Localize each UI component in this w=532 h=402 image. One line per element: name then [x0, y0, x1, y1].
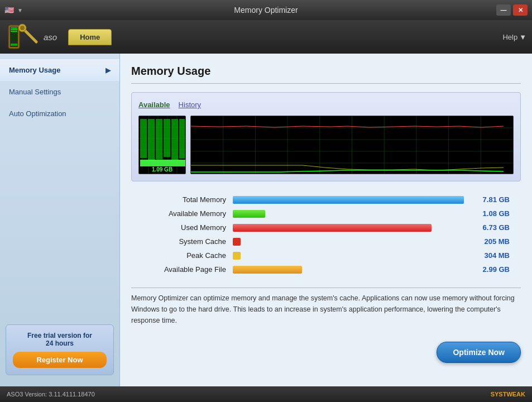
- tab-history[interactable]: History: [179, 99, 201, 110]
- trial-text: Free trial version for24 hours: [13, 332, 107, 347]
- svg-rect-24: [156, 119, 162, 159]
- sidebar-arrow-icon: ▶: [106, 66, 111, 74]
- description-text: Memory Optimizer can optimize memory and…: [131, 288, 521, 331]
- available-memory-value: 1.08 GB: [471, 209, 510, 218]
- used-memory-label: Used Memory: [142, 223, 226, 232]
- title-bar: 🇺🇸 ▼ Memory Optimizer — ✕: [0, 0, 532, 20]
- system-cache-indicator: [233, 238, 241, 246]
- total-memory-bar: [233, 196, 464, 204]
- used-memory-bar: [233, 224, 432, 232]
- system-cache-value: 205 MB: [471, 237, 510, 246]
- memory-bars: Total Memory 7.81 GB Available Memory 1.…: [131, 190, 521, 279]
- total-memory-bar-container: [233, 196, 464, 204]
- svg-rect-10: [11, 44, 17, 46]
- sidebar-item-label: Auto Optimization: [9, 109, 66, 118]
- svg-rect-28: [140, 160, 185, 166]
- peak-cache-value: 304 MB: [471, 251, 510, 260]
- svg-rect-7: [11, 36, 17, 37]
- svg-rect-3: [11, 29, 17, 30]
- total-memory-row: Total Memory 7.81 GB: [142, 195, 510, 204]
- sidebar-item-manual-settings[interactable]: Manual Settings: [0, 81, 119, 103]
- svg-rect-22: [140, 119, 147, 158]
- peak-cache-label: Peak Cache: [142, 251, 226, 260]
- minimize-button[interactable]: —: [496, 4, 511, 16]
- sidebar-spacer: [0, 125, 119, 319]
- page-file-bar-container: [233, 266, 464, 274]
- total-memory-label: Total Memory: [142, 195, 226, 204]
- tab-available[interactable]: Available: [138, 99, 170, 110]
- chart-tabs: Available History: [138, 99, 514, 110]
- page-title: Memory Usage: [131, 65, 521, 84]
- svg-rect-6: [11, 34, 17, 35]
- close-button[interactable]: ✕: [513, 4, 528, 16]
- title-bar-left: 🇺🇸 ▼: [4, 6, 23, 15]
- page-file-label: Available Page File: [142, 265, 226, 274]
- trial-notice: Free trial version for24 hours Register …: [6, 324, 114, 375]
- available-memory-bar-container: [233, 210, 464, 218]
- page-file-bar: [233, 266, 302, 274]
- sidebar-item-auto-optimization[interactable]: Auto Optimization: [0, 103, 119, 125]
- version-text: ASO3 Version: 3.11.4111.18470: [7, 391, 95, 398]
- system-cache-label: System Cache: [142, 237, 226, 246]
- total-memory-value: 7.81 GB: [471, 195, 510, 204]
- svg-rect-27: [179, 119, 185, 159]
- sidebar-item-label: Manual Settings: [9, 88, 61, 96]
- brand-logo: SYSTWEAK: [491, 391, 525, 398]
- svg-rect-4: [11, 31, 17, 32]
- svg-rect-26: [171, 119, 178, 160]
- sidebar-item-memory-usage[interactable]: Memory Usage ▶: [0, 59, 119, 81]
- app-title: Memory Optimizer: [234, 6, 298, 15]
- brand-part1: SYS: [491, 391, 503, 398]
- svg-point-13: [20, 26, 25, 30]
- flag-indicator: 🇺🇸: [4, 6, 14, 15]
- mini-chart: 1.09 GB: [138, 116, 186, 174]
- help-dropdown-icon: ▼: [519, 33, 526, 41]
- available-memory-row: Available Memory 1.08 GB: [142, 209, 510, 218]
- content-area: Memory Usage Available History: [120, 54, 532, 386]
- app-logo-icon: [6, 22, 39, 51]
- svg-rect-5: [11, 32, 17, 34]
- available-memory-bar: [233, 210, 265, 218]
- used-memory-value: 6.73 GB: [471, 223, 510, 232]
- status-bar: ASO3 Version: 3.11.4111.18470 SYSTWEAK: [0, 386, 532, 402]
- optimize-now-button[interactable]: Optimize Now: [437, 342, 521, 363]
- brand-part2: TWEAK: [503, 391, 525, 398]
- peak-cache-indicator: [233, 252, 241, 260]
- main-layout: Memory Usage ▶ Manual Settings Auto Opti…: [0, 54, 532, 386]
- chart-container: 1.09 GB: [138, 116, 514, 174]
- system-cache-row: System Cache 205 MB: [142, 237, 510, 246]
- logo-text: aso: [44, 32, 57, 42]
- page-file-value: 2.99 GB: [471, 265, 510, 274]
- system-cache-bar-container: [233, 238, 464, 246]
- logo-area: aso: [6, 22, 57, 51]
- peak-cache-row: Peak Cache 304 MB: [142, 251, 510, 260]
- svg-rect-8: [11, 37, 17, 39]
- svg-rect-23: [148, 119, 155, 161]
- flag-dropdown[interactable]: ▼: [17, 7, 23, 13]
- svg-rect-25: [164, 119, 170, 157]
- sidebar: Memory Usage ▶ Manual Settings Auto Opti…: [0, 54, 120, 386]
- optimize-row: Optimize Now: [131, 339, 521, 366]
- sidebar-item-label: Memory Usage: [9, 66, 60, 74]
- mini-chart-label: 1.09 GB: [139, 166, 185, 173]
- home-tab[interactable]: Home: [68, 29, 112, 45]
- svg-rect-9: [11, 39, 17, 40]
- window-controls: — ✕: [496, 4, 528, 16]
- svg-rect-2: [11, 27, 17, 28]
- chart-section: Available History: [131, 92, 521, 181]
- used-memory-row: Used Memory 6.73 GB: [142, 223, 510, 232]
- register-now-button[interactable]: Register Now: [13, 352, 107, 368]
- peak-cache-bar-container: [233, 252, 464, 260]
- used-memory-bar-container: [233, 224, 464, 232]
- page-file-row: Available Page File 2.99 GB: [142, 265, 510, 274]
- available-memory-label: Available Memory: [142, 209, 226, 218]
- nav-bar: aso Home Help ▼: [0, 20, 532, 54]
- main-chart: [190, 116, 514, 174]
- help-button[interactable]: Help ▼: [502, 33, 526, 41]
